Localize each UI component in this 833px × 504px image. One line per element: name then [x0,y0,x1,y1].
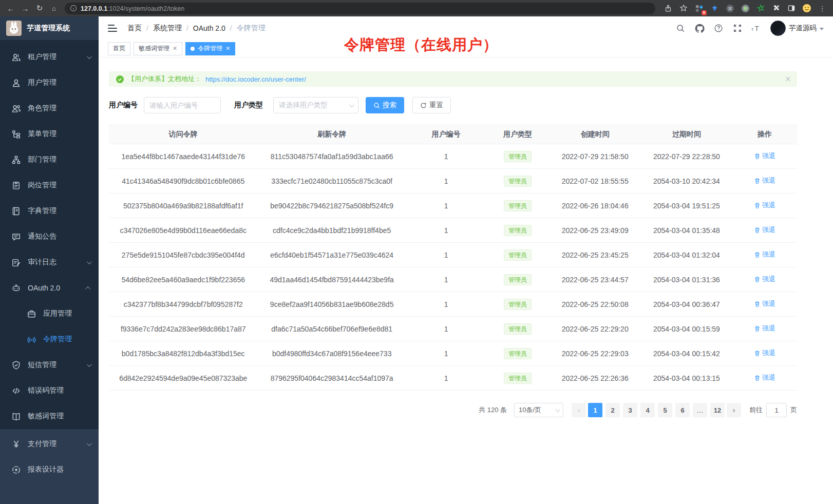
notice-bubble-icon [11,232,21,242]
browser-home-icon[interactable]: ⌂ [47,2,61,14]
user-type-badge: 管理员 [504,200,532,211]
sidebar-item-敏感词管理[interactable]: 敏感词管理 [0,403,99,429]
table-header-row: 访问令牌 刷新令牌 用户编号 用户类型 创建时间 过期时间 操作 [109,125,797,144]
font-size-icon[interactable]: тT [751,23,762,33]
browser-menu-icon[interactable]: ⋮ [816,2,829,14]
tab-sensitive-words[interactable]: 敏感词管理✕ [134,42,182,55]
force-logout-button[interactable]: 强退 [754,275,775,284]
sidebar-item-OAuth 2.0[interactable]: OAuth 2.0 [0,275,99,301]
page-button-12[interactable]: 12 [710,403,725,417]
side-panel-icon[interactable] [785,2,798,14]
collapse-sidebar-icon[interactable] [108,25,117,32]
sidebar-item-支付管理[interactable]: 支付管理 [0,431,99,457]
reset-button[interactable]: 重置 [412,97,451,113]
page-button-5[interactable]: 5 [658,403,672,417]
force-logout-button[interactable]: 强退 [754,225,775,235]
site-info-icon[interactable] [70,5,77,12]
page-ellipsis-button[interactable]: … [693,403,707,417]
sidebar-item-岗位管理[interactable]: 岗位管理 [0,172,99,198]
doc-link[interactable]: https://doc.iocoder.cn/user-center/ [205,75,306,83]
sidebar-item-租户管理[interactable]: 租户管理 [0,44,99,70]
profile-avatar-icon[interactable] [800,2,813,14]
table-row: c342377bf8b344799dcbf7bf095287f2 9ce8ef2… [109,292,797,317]
token-broadcast-icon [27,335,36,344]
bookmark-star-icon[interactable] [677,2,690,14]
sidebar-item-短信管理[interactable]: 短信管理 [0,352,99,378]
error-code-icon [11,386,21,396]
search-icon[interactable] [675,23,686,33]
search-icon [373,102,380,109]
goto-label: 前往 [749,405,763,415]
alert-close-icon[interactable]: ✕ [785,75,791,83]
col-expires: 过期时间 [641,125,732,144]
sidebar-item-报表设计器[interactable]: 报表设计器 [0,457,99,482]
user-menu[interactable]: 芋道源码 [770,21,824,36]
sidebar-item-令牌管理[interactable]: 令牌管理 [0,326,99,352]
sidebar-item-菜单管理[interactable]: 菜单管理 [0,121,99,147]
force-logout-button[interactable]: 强退 [754,299,775,308]
search-button[interactable]: 搜索 [366,97,404,113]
command-extension-icon[interactable]: ⌘ [723,2,736,14]
force-logout-button[interactable]: 强退 [754,324,775,333]
force-logout-button[interactable]: 强退 [754,201,775,210]
page-button-2[interactable]: 2 [605,403,620,417]
goto-page-input[interactable] [766,403,787,417]
breadcrumb-home[interactable]: 首页 [127,24,142,33]
force-logout-button[interactable]: 强退 [754,348,775,358]
prev-page-button[interactable]: ‹ [572,403,586,417]
close-icon[interactable]: ✕ [173,45,177,52]
page-button-1[interactable]: 1 [588,403,602,417]
expire-time-value: 2054-03-04 19:51:25 [653,202,720,210]
tab-token-management[interactable]: 令牌管理✕ [185,42,235,55]
page-button-3[interactable]: 3 [623,403,637,417]
sidebar-item-应用管理[interactable]: 应用管理 [0,301,99,326]
browser-forward-icon[interactable]: → [18,2,32,14]
share-icon[interactable] [661,2,675,14]
user-id-value: 1 [444,202,448,210]
force-logout-button[interactable]: 强退 [754,373,775,382]
sidebar-item-部门管理[interactable]: 部门管理 [0,147,99,172]
address-bar[interactable]: 127.0.0.1:1024/system/oauth2/token [65,3,655,14]
breadcrumb-system[interactable]: 系统管理 [153,24,182,33]
browser-back-icon[interactable]: ← [4,2,17,14]
app-logo[interactable]: 芋道管理系统 [0,16,99,40]
created-time-value: 2022-06-25 23:49:09 [562,226,629,235]
sidebar-item-用户管理[interactable]: 用户管理 [0,70,99,95]
sidebar-item-错误码管理[interactable]: 错误码管理 [0,378,99,403]
breadcrumb-current: 令牌管理 [237,24,266,33]
svg-text:т: т [751,27,753,32]
tab-home[interactable]: 首页 [108,42,130,55]
browser-toolbar: ← → ↻ ⌂ 127.0.0.1:1024/system/oauth2/tok… [0,0,833,16]
fullscreen-icon[interactable] [732,23,743,33]
green-star-extension-icon[interactable] [754,2,767,14]
close-icon[interactable]: ✕ [225,45,230,52]
page-size-select[interactable]: 10条/页 [514,403,563,417]
sidebar-item-角色管理[interactable]: 角色管理 [0,95,99,121]
gem-extension-icon[interactable] [708,2,721,14]
record-extension-icon[interactable] [739,2,752,14]
help-icon[interactable] [713,23,724,33]
table-row: f9336e7c7dd242a283ee98dc86b17a87 dfa6c71… [109,317,797,341]
force-logout-button[interactable]: 强退 [754,151,775,161]
page-button-6[interactable]: 6 [675,403,690,417]
sidebar-item-通知公告[interactable]: 通知公告 [0,224,99,249]
force-logout-button[interactable]: 强退 [754,250,775,259]
browser-reload-icon[interactable]: ↻ [33,2,46,14]
logo-rabbit-icon [6,21,22,36]
user-type-select[interactable]: 请选择用户类型 [273,97,358,113]
next-page-button[interactable]: › [727,403,741,417]
breadcrumb-oauth[interactable]: OAuth 2.0 [193,24,225,32]
access-token-value: c347026e805e4d99b0d116eae66eda8c [120,226,247,235]
sidebar-item-审计日志[interactable]: 审计日志 [0,249,99,275]
puzzle-extensions-icon[interactable] [769,2,783,14]
trash-icon [754,153,761,160]
extensions-cluster-icon[interactable]: 9 [692,2,706,14]
page-button-4[interactable]: 4 [640,403,655,417]
github-icon[interactable] [694,23,705,33]
force-logout-button[interactable]: 强退 [754,176,775,185]
created-time-value: 2022-06-25 22:29:03 [562,350,629,358]
user-id-input[interactable] [144,97,221,113]
user-icon [11,78,21,88]
chevron-down-icon [87,54,92,59]
sidebar-item-字典管理[interactable]: 字典管理 [0,198,99,224]
